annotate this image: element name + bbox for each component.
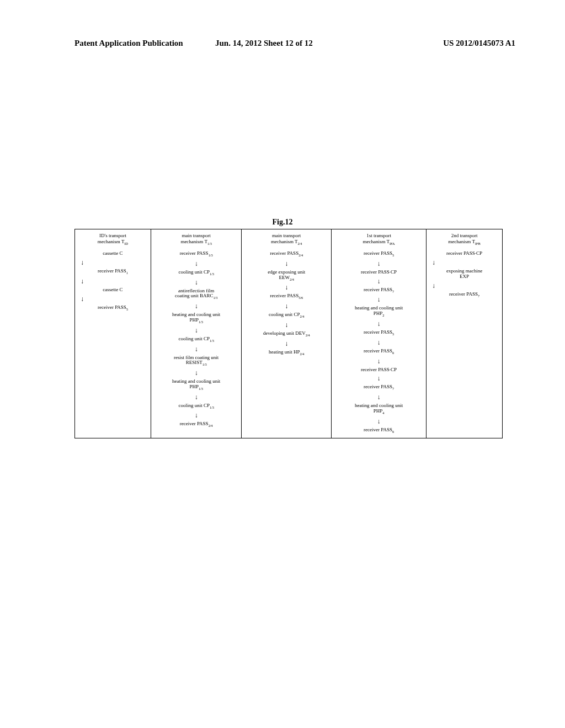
down-arrow-icon: ↓ [245,340,328,347]
down-arrow-icon: ↓ [154,394,238,400]
down-arrow-icon: ↓ [81,259,147,266]
down-arrow-icon: ↓ [335,339,423,346]
down-arrow-icon: ↓ [245,284,328,291]
flow-step: heating and cooling unitPHP2 [335,306,423,318]
down-arrow-icon: ↓ [335,320,423,327]
flow-step: receiver PASS2/4 [245,251,328,258]
column-title: main transportmechanism T2/4 [245,232,328,250]
table-column: 2nd transportmechanism TIFBreceiver PASS… [427,229,502,438]
down-arrow-icon: ↓ [335,375,423,382]
down-arrow-icon: ↓ [154,279,238,286]
flow-step: receiver PASS5 [335,251,423,258]
down-arrow-icon: ↓ [335,358,423,365]
header-left: Patent Application Publication [74,39,183,48]
table-column: ID's transportmechanism TIDcassette C↓re… [75,229,151,438]
flow-step: receiver PASS1 [78,269,147,275]
down-arrow-icon: ↓ [245,303,328,309]
header-center: Jun. 14, 2012 Sheet 12 of 12 [215,39,313,48]
flow-step: cooling unit CP2/4 [245,312,328,319]
flow-step: cassette C [78,251,147,256]
down-arrow-icon: ↓ [154,260,238,267]
table-column: 1st transportmechanism TIFAreceiver PASS… [332,229,427,438]
flow-step: receiver PASS7 [430,292,499,298]
down-arrow-icon: ↓ [81,278,147,285]
flow-step: receiver PASS5 [78,305,147,312]
flow-step: edge exposing unitEEW2/4 [245,270,328,282]
column-title: 1st transportmechanism TIFA [335,232,423,250]
flow-step: cassette C [78,287,147,293]
flow-step: receiver PASS7 [335,287,423,294]
flow-step: receiver PASS6 [335,349,423,355]
flow-step: receiver PASS7 [335,384,423,391]
flow-step: receiver PASS2/4 [154,421,238,428]
flow-step: receiver PASS5/6 [245,293,328,300]
flow-step: receiver PASS·CP [335,367,423,373]
flow-step: receiver PASS1/3 [154,251,238,258]
flow-step: cooling unit CP1/3 [154,270,238,276]
down-arrow-icon: ↓ [335,418,423,425]
flow-step: receiver PASS·CP [335,270,423,275]
down-arrow-icon: ↓ [245,260,328,267]
down-arrow-icon: ↓ [432,282,499,289]
flow-step: heating and cooling unitPHP4 [335,403,423,415]
flow-table: ID's transportmechanism TIDcassette C↓re… [74,229,503,438]
down-arrow-icon: ↓ [154,327,238,334]
column-title: main transportmechanism T1/3 [154,232,238,250]
flow-step: heating and cooling unitPHP1/3 [154,379,238,391]
table-column: main transportmechanism T1/3receiver PAS… [151,229,242,438]
flow-step: receiver PASS·CP [430,251,499,256]
down-arrow-icon: ↓ [154,303,238,309]
column-title: ID's transportmechanism TID [78,232,147,250]
down-arrow-icon: ↓ [154,370,238,376]
column-title: 2nd transportmechanism TIFB [430,232,499,250]
down-arrow-icon: ↓ [81,296,147,302]
down-arrow-icon: ↓ [154,412,238,419]
flow-step: exposing machineEXP [430,269,499,280]
flow-step: receiver PASS6 [335,427,423,434]
down-arrow-icon: ↓ [335,278,423,285]
flow-step: cooling unit CP1/3 [154,336,238,343]
flow-step: antireflection filmcoating unit BARC1/3 [154,288,238,301]
down-arrow-icon: ↓ [335,296,423,303]
table-column: main transportmechanism T2/4receiver PAS… [242,229,332,438]
header-right: US 2012/0145073 A1 [443,39,515,48]
flow-step: heating unit HP2/4 [245,350,328,356]
down-arrow-icon: ↓ [154,346,238,352]
flow-step: heating and cooling unitPHP1/3 [154,312,238,324]
down-arrow-icon: ↓ [245,322,328,328]
flow-step: developing unit DEV2/4 [245,331,328,338]
down-arrow-icon: ↓ [335,260,423,267]
down-arrow-icon: ↓ [432,259,499,266]
flow-step: cooling unit CP1/3 [154,403,238,410]
down-arrow-icon: ↓ [335,394,423,400]
flow-step: resist film coating unitRESIST1/3 [154,355,238,367]
figure-label: Fig.12 [0,218,565,227]
flow-step: receiver PASS5 [335,330,423,336]
